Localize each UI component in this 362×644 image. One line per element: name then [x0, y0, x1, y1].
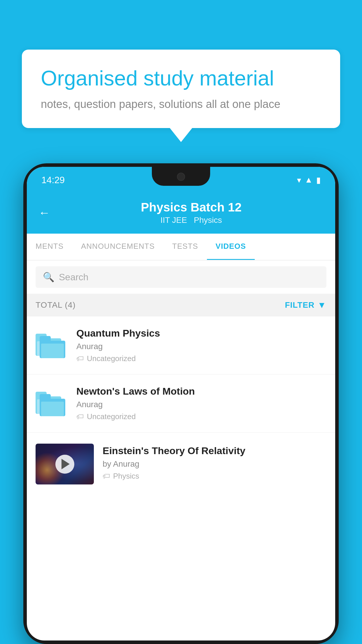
- bubble-subtitle: notes, question papers, solutions all at…: [41, 98, 321, 111]
- search-placeholder: Search: [59, 272, 88, 283]
- phone-screen: 14:29 ▾ ▲ ▮ ← Physics Batch 12 IIT JEE: [27, 167, 335, 640]
- tab-videos[interactable]: VIDEOS: [207, 234, 255, 260]
- status-time: 14:29: [41, 175, 65, 186]
- video-title-2: Newton's Laws of Motion: [76, 386, 326, 397]
- tab-tests[interactable]: TESTS: [164, 234, 207, 260]
- folder-icon-2: [36, 387, 68, 416]
- tag-icon-3: 🏷: [103, 472, 110, 481]
- app-header: ← Physics Batch 12 IIT JEE Physics: [27, 193, 335, 234]
- phone-inner: 14:29 ▾ ▲ ▮ ← Physics Batch 12 IIT JEE: [27, 167, 335, 640]
- header-subtitle: IIT JEE Physics: [59, 216, 324, 225]
- signal-icon: ▲: [305, 175, 313, 185]
- list-item[interactable]: Einstein's Theory Of Relativity by Anura…: [27, 433, 335, 496]
- filter-button[interactable]: FILTER ▼: [285, 300, 326, 310]
- video-thumb-2: [36, 386, 68, 418]
- video-info-1: Quantum Physics Anurag 🏷 Uncategorized: [76, 328, 326, 363]
- play-button-3[interactable]: [55, 455, 74, 474]
- video-list: Quantum Physics Anurag 🏷 Uncategorized: [27, 316, 335, 496]
- header-title-group: Physics Batch 12 IIT JEE Physics: [59, 200, 324, 225]
- play-triangle-icon: [61, 459, 70, 469]
- video-tag-row-2: 🏷 Uncategorized: [76, 412, 326, 421]
- search-input-wrapper[interactable]: 🔍 Search: [36, 266, 326, 288]
- camera-notch: [177, 173, 185, 181]
- video-tag-1: Uncategorized: [87, 354, 136, 363]
- video-tag-2: Uncategorized: [87, 412, 136, 421]
- video-title-1: Quantum Physics: [76, 328, 326, 339]
- video-author-3: by Anurag: [103, 459, 326, 469]
- tag-icon-2: 🏷: [76, 412, 84, 421]
- video-thumbnail-3: [36, 444, 94, 484]
- phone-notch: [152, 167, 210, 186]
- subtitle-part1: IIT JEE: [160, 216, 187, 225]
- video-author-2: Anurag: [76, 400, 326, 409]
- filter-label: FILTER: [285, 300, 314, 310]
- search-container: 🔍 Search: [27, 260, 335, 294]
- search-icon: 🔍: [43, 272, 55, 283]
- phone-frame: 14:29 ▾ ▲ ▮ ← Physics Batch 12 IIT JEE: [23, 163, 339, 644]
- subtitle-part2: Physics: [194, 216, 222, 225]
- video-thumb-1: [36, 328, 68, 360]
- tab-announcements[interactable]: ANNOUNCEMENTS: [72, 234, 164, 260]
- filter-funnel-icon: ▼: [317, 300, 326, 310]
- tab-ments[interactable]: MENTS: [27, 234, 72, 260]
- video-tag-row-3: 🏷 Physics: [103, 472, 326, 481]
- tabs-bar: MENTS ANNOUNCEMENTS TESTS VIDEOS: [27, 234, 335, 260]
- filter-bar: TOTAL (4) FILTER ▼: [27, 294, 335, 316]
- video-tag-row-1: 🏷 Uncategorized: [76, 354, 326, 363]
- wifi-icon: ▾: [297, 175, 301, 185]
- video-title-3: Einstein's Theory Of Relativity: [103, 445, 326, 456]
- video-info-2: Newton's Laws of Motion Anurag 🏷 Uncateg…: [76, 386, 326, 421]
- video-info-3: Einstein's Theory Of Relativity by Anura…: [103, 444, 326, 481]
- status-bar: 14:29 ▾ ▲ ▮: [27, 167, 335, 193]
- battery-icon: ▮: [316, 175, 321, 185]
- total-label: TOTAL (4): [36, 300, 76, 310]
- video-tag-3: Physics: [113, 472, 139, 481]
- header-title: Physics Batch 12: [59, 200, 324, 214]
- status-icons: ▾ ▲ ▮: [297, 175, 321, 185]
- back-button[interactable]: ←: [38, 206, 50, 219]
- speech-bubble: Organised study material notes, question…: [22, 50, 340, 128]
- folder-icon-1: [36, 329, 68, 358]
- video-author-1: Anurag: [76, 342, 326, 351]
- tag-icon-1: 🏷: [76, 354, 84, 363]
- list-item[interactable]: Quantum Physics Anurag 🏷 Uncategorized: [27, 316, 335, 374]
- list-item[interactable]: Newton's Laws of Motion Anurag 🏷 Uncateg…: [27, 374, 335, 433]
- bubble-title: Organised study material: [41, 66, 321, 91]
